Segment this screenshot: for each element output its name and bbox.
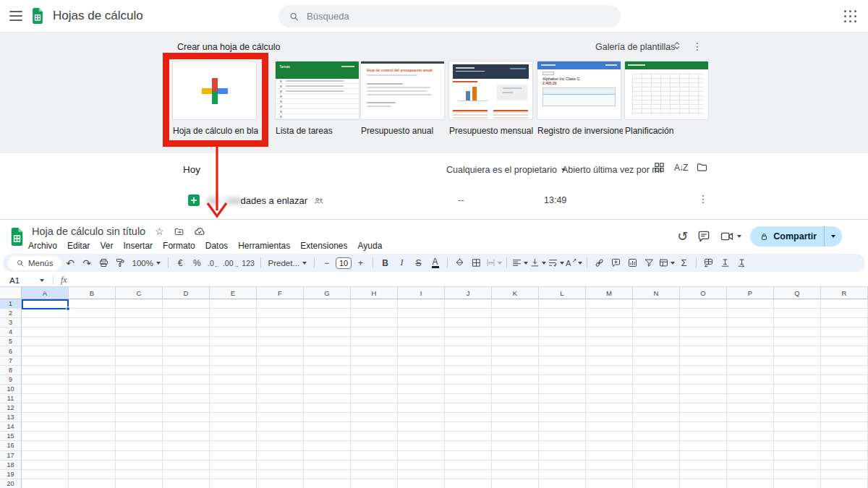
cell-O1[interactable] (680, 299, 727, 309)
cell-E19[interactable] (210, 470, 257, 479)
cell-L11[interactable] (539, 394, 586, 403)
cell-C4[interactable] (116, 328, 163, 337)
cell-O9[interactable] (680, 375, 727, 385)
redo-button[interactable]: ↷ (80, 255, 95, 270)
cell-O13[interactable] (680, 413, 727, 422)
cell-G15[interactable] (304, 432, 351, 441)
cell-A19[interactable] (22, 470, 69, 479)
cell-G14[interactable] (304, 422, 351, 432)
cell-O20[interactable] (680, 479, 727, 488)
cell-O14[interactable] (680, 422, 727, 432)
cell-F6[interactable] (257, 346, 304, 356)
cell-P14[interactable] (727, 422, 774, 432)
cell-B11[interactable] (69, 394, 116, 403)
cell-Q12[interactable] (774, 403, 821, 413)
insert-table-button[interactable] (701, 255, 716, 270)
cell-M17[interactable] (586, 451, 633, 461)
cell-B5[interactable] (69, 337, 116, 346)
search-input[interactable] (307, 11, 610, 22)
document-title[interactable]: Hoja de cálculo sin título (32, 226, 145, 237)
cell-M2[interactable] (586, 309, 633, 318)
cell-J18[interactable] (445, 461, 492, 470)
cell-R14[interactable] (821, 422, 868, 432)
cell-G8[interactable] (304, 366, 351, 375)
cell-D20[interactable] (163, 479, 210, 488)
cell-L9[interactable] (539, 375, 586, 385)
cell-H3[interactable] (351, 318, 398, 328)
row-header-5[interactable]: 5 (0, 337, 22, 346)
cell-E9[interactable] (210, 375, 257, 385)
column-header-P[interactable]: P (727, 287, 774, 299)
cell-Q17[interactable] (774, 451, 821, 461)
chevron-down-icon[interactable] (40, 279, 44, 282)
print-button[interactable] (96, 255, 111, 270)
cell-N12[interactable] (633, 403, 680, 413)
cell-G13[interactable] (304, 413, 351, 422)
bold-button[interactable]: B (378, 255, 393, 270)
cell-Q9[interactable] (774, 375, 821, 385)
cell-L12[interactable] (539, 403, 586, 413)
cell-R10[interactable] (821, 385, 868, 394)
cell-A18[interactable] (22, 461, 69, 470)
cell-H10[interactable] (351, 385, 398, 394)
cell-Q15[interactable] (774, 432, 821, 441)
cell-M20[interactable] (586, 479, 633, 488)
cell-K8[interactable] (492, 366, 539, 375)
cell-P11[interactable] (727, 394, 774, 403)
cell-L17[interactable] (539, 451, 586, 461)
cell-L1[interactable] (539, 299, 586, 309)
cell-J17[interactable] (445, 451, 492, 461)
cell-N8[interactable] (633, 366, 680, 375)
cell-D15[interactable] (163, 432, 210, 441)
column-header-G[interactable]: G (304, 287, 351, 299)
cell-P9[interactable] (727, 375, 774, 385)
cell-P4[interactable] (727, 328, 774, 337)
cell-H16[interactable] (351, 441, 398, 450)
cell-C20[interactable] (116, 479, 163, 488)
cell-L13[interactable] (539, 413, 586, 422)
cell-O11[interactable] (680, 394, 727, 403)
cell-H2[interactable] (351, 309, 398, 318)
cell-B17[interactable] (69, 451, 116, 461)
cell-O16[interactable] (680, 441, 727, 450)
cell-C14[interactable] (116, 422, 163, 432)
cell-E6[interactable] (210, 346, 257, 356)
row-header-15[interactable]: 15 (0, 432, 22, 441)
cell-K11[interactable] (492, 394, 539, 403)
google-apps-icon[interactable] (844, 10, 856, 22)
column-header-H[interactable]: H (351, 287, 398, 299)
cell-J16[interactable] (445, 441, 492, 450)
cell-P10[interactable] (727, 385, 774, 394)
cell-K18[interactable] (492, 461, 539, 470)
column-header-R[interactable]: R (821, 287, 868, 299)
cell-N13[interactable] (633, 413, 680, 422)
cell-B3[interactable] (69, 318, 116, 328)
cell-A20[interactable] (22, 479, 69, 488)
row-header-16[interactable]: 16 (0, 441, 22, 450)
cell-A12[interactable] (22, 403, 69, 413)
cell-P18[interactable] (727, 461, 774, 470)
cell-C10[interactable] (116, 385, 163, 394)
cell-I12[interactable] (398, 403, 445, 413)
cell-E16[interactable] (210, 441, 257, 450)
cell-E15[interactable] (210, 432, 257, 441)
cell-L4[interactable] (539, 328, 586, 337)
cell-D7[interactable] (163, 356, 210, 366)
cell-Q11[interactable] (774, 394, 821, 403)
cell-Q4[interactable] (774, 328, 821, 337)
cell-N14[interactable] (633, 422, 680, 432)
cell-G10[interactable] (304, 385, 351, 394)
cell-A9[interactable] (22, 375, 69, 385)
cell-L6[interactable] (539, 346, 586, 356)
cell-K20[interactable] (492, 479, 539, 488)
gallery-more-icon[interactable]: ⋮ (692, 41, 702, 51)
cell-G12[interactable] (304, 403, 351, 413)
comments-icon[interactable] (697, 229, 711, 244)
cell-F12[interactable] (257, 403, 304, 413)
cell-K16[interactable] (492, 441, 539, 450)
meet-icon[interactable] (720, 229, 741, 244)
cell-B10[interactable] (69, 385, 116, 394)
cell-A6[interactable] (22, 346, 69, 356)
cell-M11[interactable] (586, 394, 633, 403)
cell-A16[interactable] (22, 441, 69, 450)
